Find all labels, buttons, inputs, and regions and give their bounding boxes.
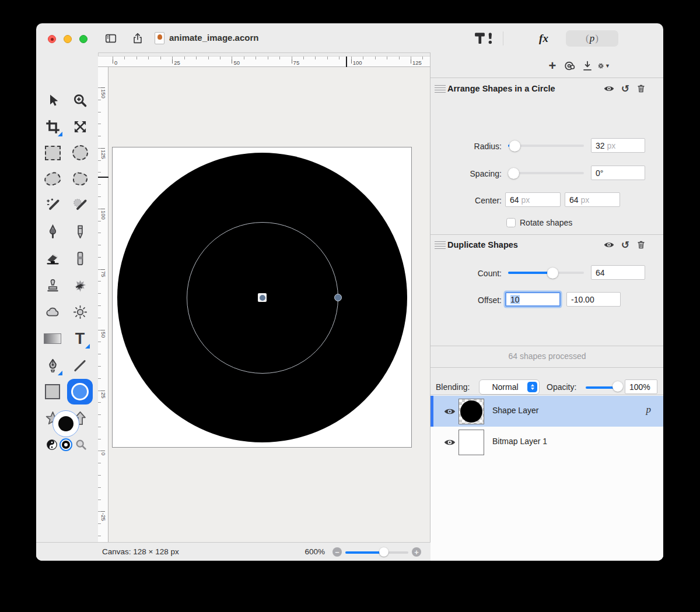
loupe-icon[interactable] <box>75 438 88 451</box>
layer-visibility-eye-icon[interactable] <box>443 436 456 449</box>
rotate-shapes-checkbox[interactable] <box>506 218 516 227</box>
canvas[interactable] <box>112 147 412 448</box>
tool-pencil[interactable] <box>69 220 91 242</box>
layer-row[interactable]: Shape Layerp <box>430 396 663 427</box>
spacing-slider-thumb[interactable] <box>508 168 519 179</box>
move-icon <box>45 93 61 108</box>
zoom-out-button[interactable]: − <box>332 547 342 557</box>
opacity-field[interactable]: 100% <box>625 379 657 394</box>
left-ruler-label: 0 <box>100 452 107 455</box>
layer-thumbnail[interactable] <box>459 399 484 424</box>
tool-magic-wand[interactable] <box>41 194 64 216</box>
rect-select-icon <box>45 146 61 160</box>
delete-filter-icon[interactable] <box>635 83 647 94</box>
count-field[interactable]: 64 <box>591 265 645 280</box>
blend-well-icon[interactable] <box>46 438 58 451</box>
spacing-slider[interactable] <box>508 172 584 174</box>
spacing-field[interactable]: 0° <box>591 166 645 180</box>
count-slider-thumb[interactable] <box>547 268 558 279</box>
document-proxy-icon[interactable] <box>155 32 164 44</box>
stroke-color-well[interactable] <box>60 438 72 451</box>
tool-eraser[interactable] <box>41 247 64 269</box>
blending-select[interactable]: Normal <box>479 379 540 395</box>
tool-polygon-lasso[interactable] <box>69 168 91 190</box>
close-button[interactable] <box>48 35 56 43</box>
layer-visibility-eye-icon[interactable] <box>443 405 456 418</box>
radius-handle[interactable] <box>334 294 342 301</box>
ruler-position-marker-y <box>98 177 108 178</box>
left-ruler-label: 50 <box>100 332 107 338</box>
reset-icon[interactable]: ↺ <box>620 239 631 251</box>
zoom-percent-label: 600% <box>293 547 325 556</box>
tool-crop[interactable] <box>41 115 64 138</box>
tool-ellipse-shape[interactable] <box>69 381 91 403</box>
zoom-slider[interactable] <box>345 551 408 554</box>
zoom-slider-thumb[interactable] <box>379 547 388 557</box>
layer-row[interactable]: Bitmap Layer 1 <box>430 427 663 458</box>
download-icon[interactable] <box>581 59 594 72</box>
visibility-eye-icon[interactable] <box>603 83 615 94</box>
desktop-background: animate_image.acorn fx (p) T <box>0 0 700 612</box>
center-x-field[interactable]: 64px <box>505 192 561 207</box>
tool-sun[interactable] <box>69 301 91 323</box>
top-ruler-label: 25 <box>174 59 180 66</box>
mask-icon[interactable] <box>564 59 576 72</box>
tool-move[interactable] <box>41 89 64 111</box>
fx-button[interactable]: fx <box>529 30 558 46</box>
left-ruler-label: 75 <box>100 271 107 277</box>
tool-stick-eraser[interactable] <box>69 247 91 269</box>
top-ruler-label: 125 <box>412 59 422 66</box>
zoom-in-button[interactable]: + <box>412 547 421 557</box>
minimize-button[interactable] <box>64 35 72 43</box>
tool-gradient[interactable] <box>41 328 64 350</box>
titlebar[interactable]: animate_image.acorn fx (p) <box>36 23 663 52</box>
add-filter-icon[interactable]: + <box>546 59 559 72</box>
visibility-eye-icon[interactable] <box>603 239 615 251</box>
offset-x-field[interactable]: 10 <box>505 292 561 307</box>
fill-color-well[interactable] <box>52 410 79 437</box>
zoom-window-button[interactable] <box>79 35 88 43</box>
reset-icon[interactable]: ↺ <box>620 83 631 94</box>
filter-title: Arrange Shapes in a Circle <box>447 84 555 93</box>
tool-resize[interactable] <box>69 115 91 138</box>
radius-field[interactable]: 32px <box>591 138 645 153</box>
tool-lasso[interactable] <box>41 168 64 190</box>
tool-pen[interactable] <box>41 354 64 377</box>
offset-y-field[interactable]: -10.00 <box>566 292 621 307</box>
tool-zoom[interactable] <box>69 89 91 111</box>
canvas-size-label: Canvas: 128 × 128 px <box>102 547 179 556</box>
stick-eraser-icon <box>72 251 88 266</box>
sidebar-icon[interactable] <box>104 32 117 45</box>
tool-rect-select[interactable] <box>41 142 64 164</box>
tool-smudge[interactable] <box>69 275 91 297</box>
tool-instant-alpha[interactable] <box>69 194 91 216</box>
drag-handle[interactable] <box>435 241 446 249</box>
drag-handle[interactable] <box>435 85 446 93</box>
offset-label: Offset: <box>455 296 502 305</box>
tool-clone-stamp[interactable] <box>41 275 64 297</box>
processing-button[interactable]: (p) <box>566 30 618 47</box>
opacity-slider-thumb[interactable] <box>612 381 623 392</box>
blending-label: Blending: <box>436 382 470 392</box>
canvas-viewport[interactable] <box>108 67 430 542</box>
left-ruler-label: -25 <box>100 513 107 521</box>
tool-line[interactable] <box>69 354 91 377</box>
tool-ellipse-select[interactable] <box>69 142 91 164</box>
hammer-brush-icon[interactable] <box>474 30 498 47</box>
center-handle[interactable] <box>258 293 267 302</box>
radius-slider-thumb[interactable] <box>509 140 520 152</box>
center-y-field[interactable]: 64px <box>565 192 620 207</box>
tool-text[interactable]: T <box>69 328 91 350</box>
tool-brush[interactable] <box>41 220 64 242</box>
share-icon[interactable] <box>131 32 144 45</box>
window-title: animate_image.acorn <box>169 33 258 43</box>
eraser-icon <box>45 251 61 266</box>
toolbar-divider <box>503 31 503 45</box>
ellipse-select-icon <box>72 145 88 160</box>
filter-status-text: 64 shapes processed <box>430 346 663 367</box>
layer-thumbnail[interactable] <box>459 430 484 455</box>
tool-rectangle-shape[interactable] <box>41 381 64 403</box>
gear-menu-icon[interactable]: ▼ <box>597 59 610 72</box>
tool-cloud[interactable] <box>41 301 64 323</box>
delete-filter-icon[interactable] <box>635 239 647 251</box>
